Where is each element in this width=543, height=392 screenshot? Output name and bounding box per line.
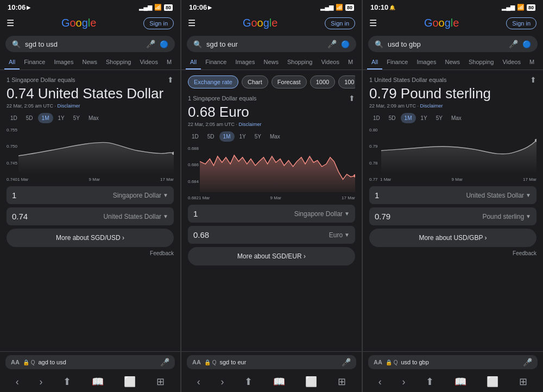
more-about-button[interactable]: More about SGD/USD ›	[7, 229, 174, 247]
url-mic-icon[interactable]: 🎤	[523, 358, 532, 366]
time-btn-1y[interactable]: 1Y	[236, 131, 250, 142]
currency-dropdown-arrow[interactable]: ▼	[344, 232, 350, 238]
search-bar[interactable]: 🔍 sgd to usd 🎤 🔵	[5, 36, 175, 52]
more-about-button[interactable]: More about USD/GBP ›	[369, 229, 536, 247]
tabs-button[interactable]: ⬜	[305, 376, 317, 388]
nav-tab-shopping[interactable]: Shopping	[102, 55, 136, 69]
forward-button[interactable]: ›	[39, 376, 42, 388]
share-icon[interactable]: ⬆	[349, 94, 355, 103]
time-btn-5y[interactable]: 5Y	[251, 131, 265, 142]
share-icon[interactable]: ⬆	[530, 75, 536, 84]
nav-tab-all[interactable]: All	[4, 55, 20, 69]
time-btn-1d[interactable]: 1D	[7, 113, 21, 123]
currency-dropdown-arrow[interactable]: ▼	[344, 211, 350, 217]
time-btn-1m[interactable]: 1M	[219, 131, 235, 142]
disclaimer-link[interactable]: Disclaimer	[58, 103, 80, 109]
google-lens-icon[interactable]: 🔵	[341, 40, 350, 48]
chip-1000[interactable]: 1000	[310, 75, 335, 88]
converter-input-1[interactable]: 0.79 Pound sterling ▼	[369, 207, 536, 225]
nav-tab-news[interactable]: News	[78, 55, 102, 69]
nav-tab-videos[interactable]: Videos	[498, 55, 525, 69]
nav-tab-finance[interactable]: Finance	[382, 55, 412, 69]
time-btn-5y[interactable]: 5Y	[432, 113, 446, 123]
nav-tab-m[interactable]: M	[344, 55, 357, 69]
google-lens-icon[interactable]: 🔵	[522, 40, 531, 48]
microphone-icon[interactable]: 🎤	[327, 40, 337, 48]
microphone-icon[interactable]: 🎤	[146, 40, 155, 48]
url-mic-icon[interactable]: 🎤	[160, 358, 169, 366]
share-button[interactable]: ⬆	[63, 376, 71, 388]
text-size-icon[interactable]: AA	[192, 359, 201, 365]
back-button[interactable]: ‹	[378, 376, 382, 388]
nav-tab-all[interactable]: All	[367, 55, 382, 69]
nav-tab-news[interactable]: News	[440, 55, 464, 69]
time-btn-1d[interactable]: 1D	[188, 131, 203, 142]
chip-exchange-rate[interactable]: Exchange rate	[188, 75, 238, 88]
feedback-link[interactable]: Feedback	[369, 250, 536, 256]
tabs-button[interactable]: ⬜	[124, 376, 136, 388]
time-btn-max[interactable]: Max	[85, 113, 103, 123]
search-bar[interactable]: 🔍 sgd to eur 🎤 🔵	[187, 36, 356, 52]
time-btn-1m[interactable]: 1M	[401, 113, 416, 123]
currency-dropdown-arrow[interactable]: ▼	[526, 213, 531, 219]
url-mic-icon[interactable]: 🎤	[342, 358, 351, 366]
time-btn-1y[interactable]: 1Y	[417, 113, 431, 123]
converter-input-1[interactable]: 0.74 United States Dollar ▼	[7, 207, 174, 225]
search-bar[interactable]: 🔍 usd to gbp 🎤 🔵	[368, 36, 538, 52]
text-size-icon[interactable]: AA	[374, 359, 382, 365]
text-size-icon[interactable]: AA	[11, 359, 20, 365]
nav-tab-finance[interactable]: Finance	[20, 55, 49, 69]
forward-button[interactable]: ›	[220, 376, 224, 388]
nav-tab-images[interactable]: Images	[412, 55, 440, 69]
nav-tab-news[interactable]: News	[259, 55, 283, 69]
converter-input-0[interactable]: 1 Singapore Dollar ▼	[188, 205, 355, 223]
bookmarks-button[interactable]: 📖	[273, 376, 285, 388]
tabs-button[interactable]: ⬜	[487, 376, 498, 388]
disclaimer-link[interactable]: Disclaimer	[420, 103, 443, 109]
grid-button[interactable]: ⊞	[338, 376, 346, 388]
more-about-button[interactable]: More about SGD/EUR ›	[188, 247, 355, 265]
nav-tab-videos[interactable]: Videos	[135, 55, 162, 69]
converter-input-0[interactable]: 1 Singapore Dollar ▼	[7, 186, 174, 204]
converter-input-0[interactable]: 1 United States Dollar ▼	[369, 186, 536, 204]
bookmarks-button[interactable]: 📖	[454, 376, 466, 388]
nav-tab-shopping[interactable]: Shopping	[283, 55, 317, 69]
converter-input-1[interactable]: 0.68 Euro ▼	[188, 226, 355, 244]
nav-tab-videos[interactable]: Videos	[317, 55, 343, 69]
disclaimer-link[interactable]: Disclaimer	[239, 122, 262, 127]
time-btn-5d[interactable]: 5D	[22, 113, 37, 123]
nav-tab-all[interactable]: All	[186, 55, 201, 69]
nav-tab-shopping[interactable]: Shopping	[464, 55, 498, 69]
currency-dropdown-arrow[interactable]: ▼	[163, 192, 168, 198]
time-btn-1d[interactable]: 1D	[369, 113, 384, 123]
google-lens-icon[interactable]: 🔵	[160, 40, 168, 48]
chip-forecast[interactable]: Forecast	[272, 75, 307, 88]
sign-in-button[interactable]: Sign in	[143, 17, 174, 29]
hamburger-menu-icon[interactable]: ☰	[188, 18, 195, 28]
currency-dropdown-arrow[interactable]: ▼	[163, 213, 168, 219]
time-btn-5d[interactable]: 5D	[204, 131, 218, 142]
time-btn-max[interactable]: Max	[447, 113, 465, 123]
back-button[interactable]: ‹	[197, 376, 200, 388]
chip-100[interactable]: 100	[338, 75, 355, 88]
share-icon[interactable]: ⬆	[167, 75, 174, 84]
grid-button[interactable]: ⊞	[156, 376, 165, 388]
time-btn-1y[interactable]: 1Y	[54, 113, 68, 123]
browser-url-bar[interactable]: AA 🔒 Q usd to gbp 🎤	[368, 355, 538, 369]
sign-in-button[interactable]: Sign in	[506, 17, 536, 29]
time-btn-1m[interactable]: 1M	[38, 113, 53, 123]
share-button[interactable]: ⬆	[426, 376, 434, 388]
currency-dropdown-arrow[interactable]: ▼	[526, 192, 531, 198]
grid-button[interactable]: ⊞	[519, 376, 527, 388]
forward-button[interactable]: ›	[402, 376, 405, 388]
feedback-link[interactable]: Feedback	[7, 250, 174, 256]
hamburger-menu-icon[interactable]: ☰	[7, 18, 14, 28]
nav-tab-images[interactable]: Images	[231, 55, 259, 69]
nav-tab-m[interactable]: M	[162, 55, 176, 69]
share-button[interactable]: ⬆	[244, 376, 252, 388]
chip-chart[interactable]: Chart	[242, 75, 268, 88]
time-btn-5d[interactable]: 5D	[385, 113, 400, 123]
nav-tab-finance[interactable]: Finance	[201, 55, 231, 69]
time-btn-5y[interactable]: 5Y	[70, 113, 84, 123]
browser-url-bar[interactable]: AA 🔒 Q agd to usd 🎤	[5, 355, 175, 369]
